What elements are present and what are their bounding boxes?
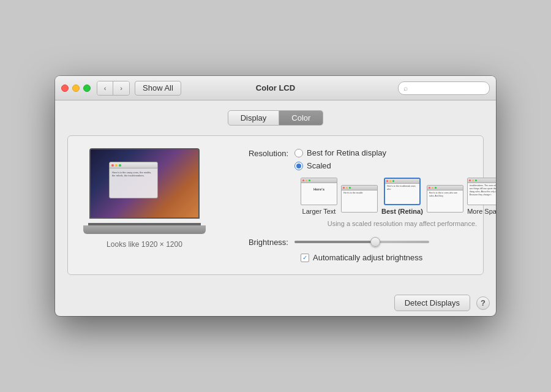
thumb-titlebar-best — [385, 179, 419, 184]
thumb-img-larger: Here's — [301, 178, 337, 205]
thumb-text-larger: Here's — [301, 183, 337, 193]
detect-displays-button[interactable]: Detect Displays — [394, 295, 470, 311]
thumb-dot-r3 — [386, 180, 388, 182]
tab-color[interactable]: Color — [279, 110, 323, 126]
thumb-dot-y4 — [432, 187, 433, 189]
thumb-titlebar-opt4 — [427, 186, 463, 190]
resolution-label: Resolution: — [227, 148, 294, 158]
thumb-dot-g5 — [475, 179, 477, 181]
radio-scaled[interactable]: Scaled — [294, 161, 386, 170]
laptop-section: Here's to the crazy ones, the misfits, t… — [80, 148, 209, 262]
maximize-button[interactable] — [83, 85, 91, 92]
window-title: Color LCD — [256, 83, 295, 92]
bottom-bar: Detect Displays ? — [55, 287, 496, 316]
mini-minimize-dot — [115, 164, 118, 167]
thumb-dot-r1 — [302, 179, 304, 181]
search-box[interactable]: ⌕ — [398, 81, 490, 95]
laptop-base — [83, 225, 206, 234]
thumb-dot-r5 — [469, 179, 471, 181]
close-button[interactable] — [61, 85, 69, 92]
radio-label-retina: Best for Retina display — [307, 148, 386, 157]
settings-section: Resolution: Best for Retina display Scal… — [227, 148, 496, 262]
mini-close-dot — [111, 164, 114, 167]
forward-button[interactable]: › — [113, 81, 129, 95]
traffic-lights — [61, 85, 91, 92]
thumb-dot-g3 — [392, 180, 394, 182]
radio-circle-retina — [294, 149, 303, 157]
thumb-best[interactable]: Here's to the troublemak ones who Best (… — [381, 178, 423, 215]
scaled-note: Using a scaled resolution may affect per… — [301, 220, 496, 227]
thumb-text-best: Here's to the troublemak ones who — [385, 184, 419, 192]
thumb-img-opt2: Here's to the trouble — [341, 185, 378, 213]
radio-retina[interactable]: Best for Retina display — [294, 148, 386, 157]
show-all-button[interactable]: Show All — [135, 81, 181, 96]
thumb-titlebar-larger — [301, 178, 337, 183]
thumb-dot-y3 — [389, 180, 391, 182]
main-window: ‹ › Show All Color LCD ⌕ Display Color — [55, 76, 496, 316]
auto-brightness-checkbox[interactable]: ✓ — [301, 254, 309, 262]
thumb-opt2[interactable]: Here's to the trouble — [341, 185, 378, 215]
radio-circle-scaled — [294, 162, 303, 170]
brightness-slider-thumb[interactable] — [370, 237, 380, 247]
titlebar: ‹ › Show All Color LCD ⌕ — [55, 76, 496, 100]
search-icon: ⌕ — [403, 84, 408, 92]
thumb-dot-g2 — [349, 187, 351, 189]
laptop-screen: Here's to the crazy ones, the misfits, t… — [89, 148, 200, 219]
search-input[interactable] — [410, 84, 484, 92]
tab-bar: Display Color — [67, 110, 484, 126]
mini-maximize-dot — [119, 164, 121, 167]
thumb-dot-y5 — [472, 179, 474, 181]
thumb-more[interactable]: troublemakers. The ones who see things d… — [467, 178, 496, 215]
thumb-text-more: troublemakers. The ones who see things d… — [468, 183, 496, 198]
thumb-img-best: Here's to the troublemak ones who — [384, 178, 421, 205]
tab-display[interactable]: Display — [228, 110, 280, 126]
thumb-label-larger: Larger Text — [302, 208, 336, 215]
mini-window: Here's to the crazy ones, the misfits, t… — [109, 162, 158, 198]
help-button[interactable]: ? — [476, 296, 490, 310]
thumb-dot-g1 — [309, 179, 310, 181]
settings-panel: Here's to the crazy ones, the misfits, t… — [67, 135, 484, 275]
mini-window-content: Here's to the crazy ones, the misfits, t… — [110, 168, 157, 179]
laptop-resolution-label: Looks like 1920 × 1200 — [107, 240, 182, 249]
brightness-label: Brightness: — [227, 237, 294, 247]
brightness-slider-track[interactable] — [294, 241, 429, 243]
auto-brightness-label: Automatically adjust brightness — [313, 253, 422, 262]
thumb-dot-y2 — [346, 187, 348, 189]
thumb-opt4[interactable]: Here's to the cr ones who see rules. And… — [427, 185, 463, 215]
thumb-dot-y1 — [305, 179, 307, 181]
thumb-larger[interactable]: Here's Larger Text — [301, 178, 337, 215]
thumb-dot-g4 — [435, 187, 437, 189]
thumb-img-more: troublemakers. The ones who see things d… — [467, 178, 496, 205]
thumb-dot-r2 — [343, 187, 345, 189]
thumb-label-more: More Space — [467, 208, 496, 215]
thumb-text-opt4: Here's to the cr ones who see rules. And… — [427, 190, 463, 199]
resolution-options: Best for Retina display Scaled — [294, 148, 386, 170]
thumb-label-best: Best (Retina) — [381, 208, 423, 215]
thumb-dot-r4 — [429, 187, 430, 189]
scaled-thumbs: Here's Larger Text — [301, 178, 496, 215]
radio-label-scaled: Scaled — [307, 161, 331, 170]
nav-buttons: ‹ › — [97, 81, 130, 96]
minimize-button[interactable] — [72, 85, 80, 92]
resolution-row: Resolution: Best for Retina display Scal… — [227, 148, 496, 170]
screen-content: Here's to the crazy ones, the misfits, t… — [91, 149, 198, 217]
mini-window-titlebar — [110, 162, 157, 168]
laptop-preview: Here's to the crazy ones, the misfits, t… — [83, 148, 206, 234]
thumb-titlebar-more — [468, 178, 496, 183]
brightness-row: Brightness: — [227, 237, 496, 247]
thumb-img-opt4: Here's to the cr ones who see rules. And… — [427, 185, 463, 213]
content-area: Display Color — [55, 100, 496, 287]
back-button[interactable]: ‹ — [97, 81, 113, 95]
scaled-thumbs-container: Here's Larger Text — [301, 178, 496, 227]
auto-brightness-row[interactable]: ✓ Automatically adjust brightness — [301, 253, 496, 262]
thumb-titlebar-opt2 — [342, 186, 377, 190]
thumb-text-opt2: Here's to the trouble — [342, 190, 377, 196]
brightness-slider-fill — [294, 241, 375, 243]
